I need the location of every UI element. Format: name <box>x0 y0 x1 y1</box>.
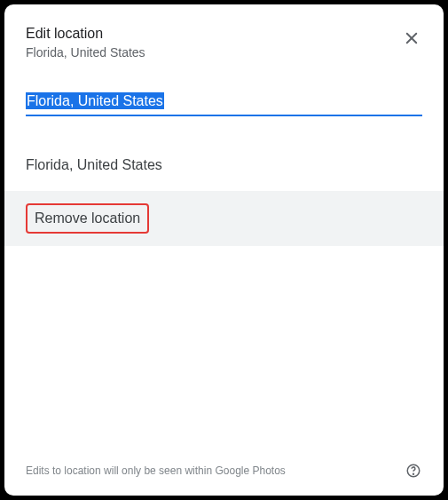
suggestions-list: Florida, United States Remove location <box>4 145 444 246</box>
svg-point-3 <box>413 473 414 474</box>
close-button[interactable] <box>401 28 422 49</box>
help-icon <box>405 463 421 479</box>
location-input-area: Florida, United States <box>4 93 444 116</box>
dialog-subtitle: Florida, United States <box>26 45 145 60</box>
suggestion-item[interactable]: Florida, United States <box>4 145 444 186</box>
edit-location-dialog: Edit location Florida, United States Flo… <box>4 4 444 496</box>
header-text: Edit location Florida, United States <box>26 26 145 60</box>
footer-note: Edits to location will only be seen with… <box>26 464 286 477</box>
dialog-title: Edit location <box>26 26 145 42</box>
help-button[interactable] <box>405 462 422 480</box>
remove-location-row[interactable]: Remove location <box>4 191 444 246</box>
location-input[interactable]: Florida, United States <box>26 93 422 116</box>
close-icon <box>404 30 420 46</box>
remove-location-button[interactable]: Remove location <box>26 203 149 234</box>
dialog-header: Edit location Florida, United States <box>4 4 444 60</box>
location-input-value: Florida, United States <box>26 92 164 109</box>
suggestion-label: Florida, United States <box>26 157 162 172</box>
dialog-footer: Edits to location will only be seen with… <box>4 446 444 496</box>
